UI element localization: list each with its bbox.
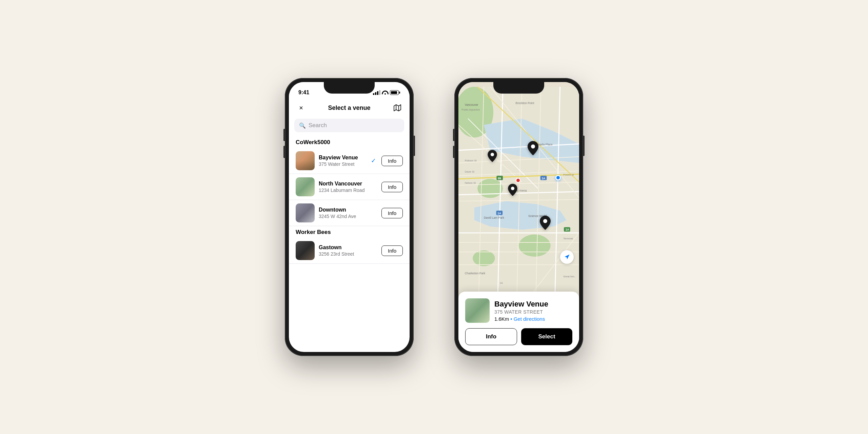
venue-item-downtown[interactable]: Downtown 3245 W 42nd Ave Info bbox=[289, 200, 410, 226]
info-button-gastown[interactable]: Info bbox=[381, 245, 403, 256]
notch bbox=[493, 82, 544, 94]
venue-header: × Select a venue bbox=[289, 98, 410, 117]
map-view[interactable]: Vancouver Public Aquarium Brockton Point… bbox=[458, 82, 579, 352]
vol-up-button bbox=[283, 129, 285, 141]
venue-item-gastown[interactable]: Gastown 3256 23rd Street Info bbox=[289, 238, 410, 264]
venue-item-north-vancouver[interactable]: North Vancouver 1234 Laburnam Road Info bbox=[289, 174, 410, 200]
map-card-actions: Info Select bbox=[465, 328, 572, 345]
power-button bbox=[414, 136, 415, 156]
map-venue-street: 375 WATER STREET bbox=[494, 309, 572, 315]
vol-down-button bbox=[453, 146, 454, 158]
map-pin-selected[interactable] bbox=[528, 141, 538, 157]
map-pin-2[interactable] bbox=[508, 184, 517, 197]
venue-address: 3245 W 42nd Ave bbox=[319, 214, 377, 219]
svg-text:1A: 1A bbox=[541, 177, 545, 180]
map-venue-name: Bayview Venue bbox=[494, 300, 572, 309]
info-button-bayview[interactable]: Info bbox=[381, 156, 403, 166]
battery-icon bbox=[390, 90, 400, 95]
wifi-icon bbox=[382, 91, 388, 95]
map-pin-1[interactable] bbox=[488, 150, 497, 163]
venue-name: Bayview Venue bbox=[319, 155, 367, 161]
svg-text:Brockton Point: Brockton Point bbox=[516, 101, 534, 105]
svg-point-62 bbox=[491, 153, 494, 156]
vol-down-button bbox=[283, 146, 285, 158]
svg-point-64 bbox=[543, 219, 547, 223]
svg-point-10 bbox=[519, 235, 551, 257]
search-input[interactable]: Search bbox=[309, 122, 327, 129]
search-bar[interactable]: 🔍 Search bbox=[294, 119, 404, 132]
map-button[interactable] bbox=[392, 102, 403, 113]
map-card: Bayview Venue 375 WATER STREET 1.6Km • G… bbox=[458, 292, 579, 352]
signal-icon bbox=[373, 90, 380, 95]
venue-info-bayview: Bayview Venue 375 Water Street bbox=[319, 155, 367, 167]
svg-text:99: 99 bbox=[498, 177, 501, 180]
svg-text:David Lam Park: David Lam Park bbox=[484, 216, 505, 219]
checkmark-icon: ✓ bbox=[371, 157, 376, 164]
venue-name: Downtown bbox=[319, 207, 377, 213]
svg-point-61 bbox=[531, 144, 535, 149]
distance-text: 1.6Km bbox=[494, 316, 509, 322]
get-directions-link[interactable]: Get directions bbox=[514, 316, 545, 322]
venue-list: CoWerk5000 Bayview Venue 375 Water Stree… bbox=[289, 136, 410, 346]
venue-address: 375 Water Street bbox=[319, 161, 367, 167]
map-select-button[interactable]: Select bbox=[521, 328, 572, 345]
direction-button[interactable] bbox=[560, 250, 574, 264]
power-button bbox=[583, 136, 585, 156]
svg-point-11 bbox=[473, 250, 495, 266]
map-venue-distance: 1.6Km • Get directions bbox=[494, 316, 572, 322]
notch bbox=[324, 82, 375, 94]
venue-thumb-bayview bbox=[296, 151, 315, 170]
svg-text:Vancouver: Vancouver bbox=[465, 103, 478, 106]
venue-thumb-gastown bbox=[296, 241, 315, 260]
svg-text:Terminal: Terminal bbox=[563, 237, 573, 240]
phone-map-screen: Vancouver Public Aquarium Brockton Point… bbox=[458, 82, 579, 352]
svg-text:Powell St: Powell St bbox=[563, 173, 574, 176]
svg-text:Great Nor...: Great Nor... bbox=[563, 275, 576, 278]
svg-text:1A: 1A bbox=[497, 212, 501, 215]
map-card-content: Bayview Venue 375 WATER STREET 1.6Km • G… bbox=[465, 298, 572, 323]
svg-text:Davie St: Davie St bbox=[465, 170, 475, 173]
venue-name: Gastown bbox=[319, 244, 377, 251]
search-icon: 🔍 bbox=[299, 122, 306, 129]
venue-item-bayview[interactable]: Bayview Venue 375 Water Street ✓ Info bbox=[289, 148, 410, 174]
status-time: 9:41 bbox=[298, 90, 309, 96]
phone-content: × Select a venue 🔍 Search CoWerk50 bbox=[289, 98, 410, 352]
svg-marker-0 bbox=[394, 105, 401, 111]
page-title: Select a venue bbox=[328, 104, 370, 112]
phone-list: 9:41 × Select a venue bbox=[285, 78, 414, 356]
venue-info-north: North Vancouver 1234 Laburnam Road bbox=[319, 181, 377, 193]
section-worker-bees: Worker Bees bbox=[289, 226, 410, 238]
venue-info-gastown: Gastown 3256 23rd Street bbox=[319, 244, 377, 257]
separator-dot: • bbox=[510, 316, 512, 322]
section-cowerk: CoWerk5000 bbox=[289, 136, 410, 148]
map-small-pin bbox=[516, 178, 520, 183]
svg-text:1A: 1A bbox=[566, 228, 569, 231]
vol-up-button bbox=[453, 129, 454, 141]
status-icons bbox=[373, 90, 400, 95]
phone-map: Vancouver Public Aquarium Brockton Point… bbox=[454, 78, 583, 356]
phone-screen: 9:41 × Select a venue bbox=[289, 82, 410, 352]
venue-thumb-downtown bbox=[296, 203, 315, 222]
close-button[interactable]: × bbox=[296, 102, 307, 113]
svg-text:Public Aquarium: Public Aquarium bbox=[461, 108, 480, 111]
info-button-downtown[interactable]: Info bbox=[381, 208, 403, 218]
map-pin-bayview[interactable] bbox=[540, 216, 551, 231]
svg-text:Charleston Park: Charleston Park bbox=[465, 272, 486, 275]
map-card-thumb bbox=[465, 298, 490, 323]
svg-text:1A: 1A bbox=[500, 281, 503, 284]
venue-name: North Vancouver bbox=[319, 181, 377, 187]
venue-address: 1234 Laburnam Road bbox=[319, 188, 377, 193]
current-location-dot bbox=[555, 175, 561, 180]
svg-marker-65 bbox=[565, 255, 569, 259]
info-button-north[interactable]: Info bbox=[381, 182, 403, 192]
map-info-button[interactable]: Info bbox=[465, 328, 517, 345]
venue-address: 3256 23rd Street bbox=[319, 251, 377, 257]
venue-thumb-north bbox=[296, 177, 315, 196]
svg-text:Nelson St: Nelson St bbox=[465, 181, 476, 184]
venue-info-downtown: Downtown 3245 W 42nd Ave bbox=[319, 207, 377, 219]
svg-point-63 bbox=[511, 187, 514, 190]
svg-text:Robson St: Robson St bbox=[465, 159, 477, 162]
map-card-info: Bayview Venue 375 WATER STREET 1.6Km • G… bbox=[494, 300, 572, 322]
